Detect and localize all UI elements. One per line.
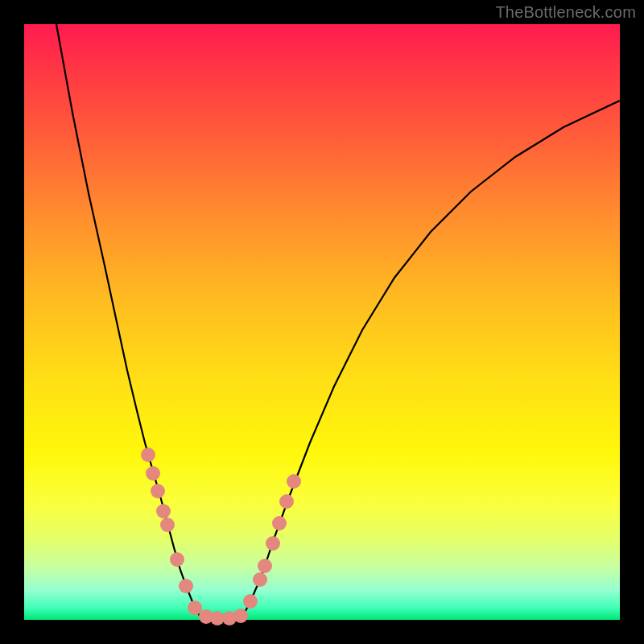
marker-dot xyxy=(156,504,171,518)
chart-svg xyxy=(24,24,620,620)
marker-dot xyxy=(170,552,184,567)
chart-frame xyxy=(24,24,620,620)
marker-dot xyxy=(279,494,294,509)
marker-dot xyxy=(266,536,280,551)
marker-dot xyxy=(287,474,301,489)
marker-dot xyxy=(188,601,202,615)
marker-dot xyxy=(160,518,175,532)
marker-dot xyxy=(233,609,248,623)
marker-dot xyxy=(272,516,287,530)
marker-dot xyxy=(253,572,267,587)
marker-dot xyxy=(146,466,160,481)
marker-dot xyxy=(258,559,272,573)
marker-dot xyxy=(141,448,155,462)
marker-dot xyxy=(151,484,165,498)
marker-dots-group xyxy=(141,448,301,625)
marker-dot xyxy=(179,579,193,593)
curve-left xyxy=(56,24,200,616)
watermark-text: TheBottleneck.com xyxy=(495,3,636,22)
curve-right xyxy=(243,101,620,616)
marker-dot xyxy=(243,594,258,609)
